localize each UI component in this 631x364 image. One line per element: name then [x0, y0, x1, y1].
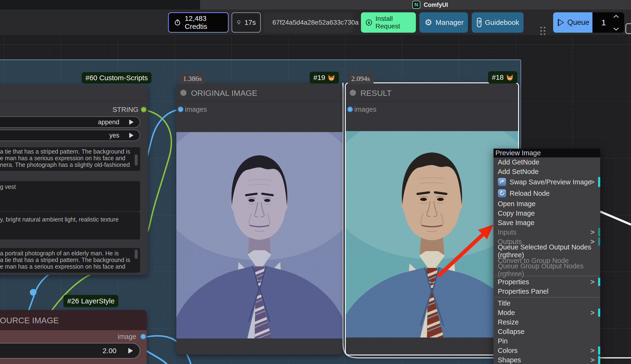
combo-value: yes — [109, 132, 119, 139]
prompt-textarea-3[interactable]: y, bright natural ambient light, realist… — [0, 212, 140, 240]
menu-item-label: Mode — [498, 309, 515, 317]
textarea-line: a tie that has a striped pattern. The ba… — [0, 148, 138, 155]
collapse-dot[interactable] — [350, 90, 356, 96]
node-original-image[interactable]: ORIGINAL IMAGE images — [176, 83, 342, 354]
combo-arrow-icon[interactable] — [129, 120, 134, 125]
fox-icon — [506, 74, 514, 81]
guidebook-button[interactable]: ? Guidebook — [472, 12, 524, 33]
menu-item[interactable]: > — [494, 296, 600, 298]
menu-item-label: Open Image — [498, 200, 536, 208]
input-dot-images[interactable] — [178, 106, 184, 112]
menu-item[interactable]: > — [494, 275, 600, 277]
menu-item[interactable]: Queue Selected Output Nodes (rgthree) > — [494, 246, 600, 256]
menu-item-label: Resize — [498, 318, 519, 326]
badge-layerstyle: #26 LayerStyle — [64, 295, 118, 307]
menu-item-label: Add GetNode — [498, 158, 540, 166]
link-white-diagonal — [600, 212, 631, 224]
runtime-label: 17s — [244, 18, 256, 26]
output-dot-string[interactable] — [141, 107, 146, 112]
swap-icon — [498, 178, 506, 186]
submenu-arrow-icon: > — [590, 356, 594, 364]
badge-custom-scripts: #60 Custom-Scripts — [82, 72, 152, 84]
increment-button[interactable] — [613, 15, 618, 18]
node-custom-scripts[interactable]: STRING append yes a tie that has a strip… — [0, 85, 148, 275]
badge-id-original: #19 — [310, 72, 339, 84]
submenu-highlight-bar — [598, 228, 600, 236]
menu-item-label: Pin — [498, 337, 508, 345]
menu-item-label: Colors — [498, 347, 518, 354]
combo-widget-append[interactable]: append — [0, 116, 140, 128]
output-dot-image[interactable] — [140, 334, 146, 340]
submenu-arrow-icon: > — [590, 346, 594, 354]
menu-item-label: Collapse — [498, 328, 524, 336]
combo-widget-yes[interactable]: yes — [0, 130, 140, 141]
menu-item[interactable]: Properties > — [494, 277, 600, 286]
queue-label: Queue — [567, 18, 589, 27]
menu-item-label: Inputs — [498, 228, 516, 236]
menu-item[interactable]: Swap Save/Preview Image > — [494, 176, 600, 188]
menu-item[interactable]: Shapes > — [494, 355, 600, 364]
fox-icon — [328, 74, 335, 82]
submenu-arrow-icon: > — [590, 178, 594, 186]
node-graph-canvas[interactable]: STRING append yes a tie that has a strip… — [0, 36, 631, 364]
manager-button[interactable]: ⚙ Manager — [420, 12, 468, 33]
node-result-image[interactable]: RESULT images — [345, 82, 519, 356]
prompt-textarea-4[interactable]: a portrait photograph of an elderly man.… — [0, 248, 140, 273]
menu-item[interactable]: Inputs > — [494, 228, 600, 237]
scrollbar-thumb[interactable] — [135, 154, 138, 166]
menu-item-label: Properties — [498, 278, 529, 286]
download-cloud-icon — [365, 18, 372, 27]
machine-id-button[interactable]: 67f24a5d4a28e52a633c730a — [264, 12, 353, 33]
guidebook-icon: ? — [477, 18, 482, 27]
menu-item-label: Copy Image — [498, 210, 535, 217]
prompt-textarea-2[interactable]: g vest — [0, 181, 140, 211]
install-request-button[interactable]: Install Request — [361, 12, 416, 33]
node-header-divider — [0, 101, 148, 102]
menu-item[interactable]: Queue Group Output Nodes (rgthree) > — [494, 265, 600, 275]
node-source-image[interactable]: SOURCE IMAGE image 2.00 — [0, 310, 147, 364]
decrement-button[interactable] — [613, 28, 618, 30]
input-label-images: images — [185, 106, 207, 113]
original-portrait-photo — [176, 132, 342, 338]
menu-item[interactable]: Copy Image > — [494, 208, 600, 218]
comfyui-app: N ComfyUI 12,483 Credtis 17s 67f24a5d4a2… — [0, 0, 631, 364]
menu-item[interactable]: Collapse > — [494, 327, 600, 336]
menu-item[interactable]: Title > — [494, 298, 600, 308]
number-widget[interactable]: 2.00 — [0, 343, 140, 358]
tab-title[interactable]: ComfyUI — [424, 2, 448, 8]
combo-arrow-icon[interactable] — [129, 133, 134, 138]
number-arrow-icon[interactable] — [128, 348, 133, 354]
window-frame-icon[interactable] — [625, 23, 631, 34]
menu-item[interactable]: Save Image > — [494, 218, 600, 228]
prompt-textarea-1[interactable]: a tie that has a striped pattern. The ba… — [0, 147, 140, 171]
menu-item[interactable]: Open Image > — [494, 199, 600, 208]
collapse-dot[interactable] — [180, 90, 186, 96]
browser-tab-bar: N ComfyUI — [0, 0, 631, 10]
menu-item[interactable]: Reload Node > — [494, 188, 600, 199]
guidebook-label: Guidebook — [485, 18, 519, 26]
textarea-line: a tie that has a striped pattern. The ba… — [0, 256, 138, 263]
menu-item[interactable]: Add SetNode > — [494, 167, 600, 176]
menu-item[interactable]: Pin > — [494, 336, 600, 346]
scrollbar-thumb[interactable] — [135, 250, 138, 259]
credits-button[interactable]: 12,483 Credtis — [168, 12, 229, 33]
menu-item[interactable]: Add GetNode > — [494, 158, 600, 167]
number-value: 2.00 — [103, 347, 116, 355]
menu-item[interactable]: Properties Panel > — [494, 286, 600, 296]
queue-button[interactable]: Queue — [553, 12, 592, 33]
menu-item-label: Shapes — [498, 356, 521, 364]
submenu-highlight-bar — [598, 177, 600, 187]
result-portrait-photo — [346, 131, 518, 338]
submenu-highlight-bar — [598, 278, 600, 286]
textarea-line: g vest — [0, 184, 138, 190]
input-dot-images[interactable] — [347, 106, 353, 112]
badge-time-result: 2.094s — [348, 73, 374, 84]
menu-item[interactable]: Colors > — [494, 346, 600, 355]
textarea-line: y, bright natural ambient light, realist… — [0, 216, 138, 223]
lightbulb-icon — [236, 18, 241, 27]
queue-count-box: 1 — [592, 12, 624, 33]
gear-icon: ⚙ — [424, 18, 432, 27]
runtime-button[interactable]: 17s — [232, 12, 261, 33]
menu-item[interactable]: Resize > — [494, 318, 600, 327]
menu-item[interactable]: Mode > — [494, 308, 600, 318]
